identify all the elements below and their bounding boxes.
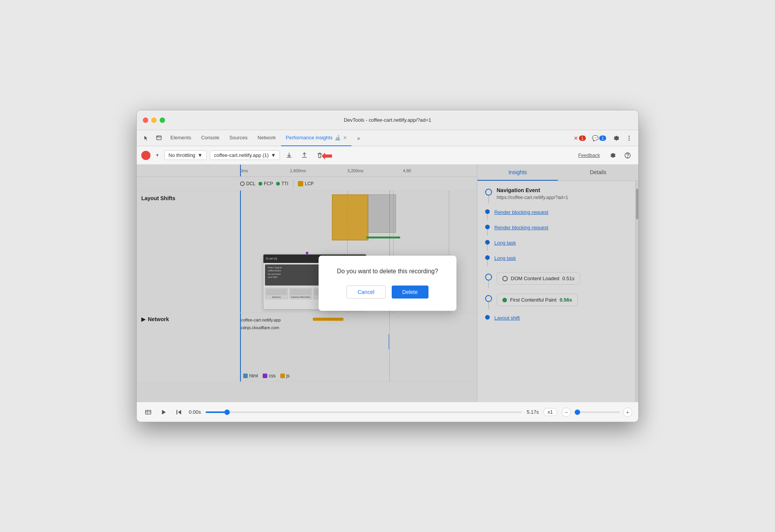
modal-cancel-button[interactable]: Cancel — [347, 286, 386, 299]
svg-marker-11 — [162, 410, 166, 415]
zoom-out-button[interactable]: − — [562, 408, 571, 417]
delete-recording-modal: Do you want to delete this recording? Ca… — [319, 256, 456, 311]
time-end: 5.17s — [526, 409, 539, 415]
zoom-in-button[interactable]: + — [623, 408, 632, 417]
import-icon[interactable] — [298, 149, 311, 162]
progress-slider[interactable] — [206, 411, 522, 413]
play-button[interactable] — [158, 407, 169, 418]
close-button[interactable] — [143, 117, 148, 123]
svg-rect-12 — [177, 410, 177, 415]
close-tab-icon[interactable]: ✕ — [343, 135, 347, 140]
titlebar: DevTools - coffee-cart.netlify.app/?ad=1 — [137, 110, 638, 130]
zoom-slider[interactable] — [574, 411, 620, 413]
svg-marker-13 — [178, 410, 181, 415]
screenshot-toggle-icon[interactable] — [143, 407, 154, 418]
tab-console[interactable]: Console — [196, 130, 224, 146]
bottom-controls: 0.00s 5.17s x1 − + — [137, 402, 638, 422]
svg-rect-0 — [157, 136, 161, 140]
svg-point-7 — [628, 157, 628, 157]
main-area: 0ms 1,600ms 3,200ms 4,80 DCL FCP TTI — [137, 165, 638, 402]
tab-performance-insights[interactable]: Performance insights 🔬 ✕ — [281, 130, 352, 146]
export-icon[interactable] — [283, 149, 295, 162]
window-title: DevTools - coffee-cart.netlify.app/?ad=1 — [344, 117, 431, 123]
jump-start-button[interactable] — [173, 407, 184, 418]
toolbar: ▼ No throttling ▼ coffee-cart.netlify.ap… — [137, 146, 638, 165]
modal-overlay: Do you want to delete this recording? Ca… — [137, 165, 638, 402]
feedback-link[interactable]: Feedback — [578, 152, 600, 158]
tab-elements[interactable]: Elements — [166, 130, 196, 146]
record-dropdown-icon[interactable]: ▼ — [154, 149, 161, 162]
message-badge-button[interactable]: 💬 1 — [590, 132, 609, 144]
inspect-icon[interactable] — [153, 132, 165, 144]
dropdown-arrow-icon: ▼ — [271, 152, 276, 158]
devtools-window: DevTools - coffee-cart.netlify.app/?ad=1… — [136, 110, 639, 422]
time-start: 0.00s — [189, 409, 201, 415]
tab-sources[interactable]: Sources — [225, 130, 252, 146]
more-tabs-icon[interactable]: » — [352, 132, 365, 144]
modal-title: Do you want to delete this recording? — [334, 268, 441, 275]
dropdown-arrow-icon: ▼ — [198, 152, 203, 158]
svg-point-4 — [629, 137, 630, 139]
progress-thumb[interactable] — [224, 410, 230, 415]
zoom-level: x1 — [543, 408, 557, 416]
help-icon[interactable] — [621, 149, 634, 162]
error-badge-button[interactable]: ✕ 1 — [571, 132, 589, 144]
more-options-icon[interactable] — [623, 132, 635, 144]
site-dropdown[interactable]: coffee-cart.netlify.app (1) ▼ — [210, 150, 280, 160]
settings-icon[interactable] — [606, 149, 618, 162]
red-arrow-indicator: ⬅ — [321, 148, 333, 164]
window-controls — [143, 117, 165, 123]
settings-icon[interactable] — [610, 132, 622, 144]
modal-delete-button[interactable]: Delete — [392, 286, 428, 299]
zoom-thumb[interactable] — [575, 410, 580, 415]
tab-network[interactable]: Network — [253, 130, 281, 146]
svg-point-3 — [629, 135, 630, 137]
throttling-dropdown[interactable]: No throttling ▼ — [164, 150, 207, 160]
record-button[interactable] — [141, 151, 150, 160]
cursor-icon[interactable] — [140, 132, 152, 144]
svg-rect-8 — [146, 410, 151, 414]
maximize-button[interactable] — [160, 117, 165, 123]
minimize-button[interactable] — [151, 117, 157, 123]
modal-buttons: Cancel Delete — [334, 286, 441, 299]
devtools-tabbar: Elements Console Sources Network Perform… — [137, 130, 638, 146]
zoom-control: − + — [562, 408, 632, 417]
svg-point-5 — [629, 139, 630, 140]
